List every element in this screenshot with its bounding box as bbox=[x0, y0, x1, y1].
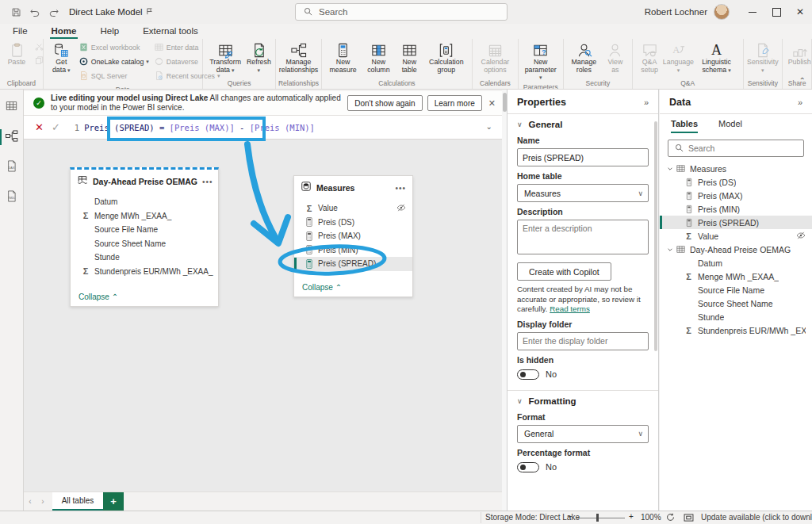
tree-item-datum[interactable]: Datum bbox=[660, 256, 812, 270]
new-measure-button[interactable]: New measure bbox=[325, 40, 362, 78]
display-folder-field[interactable] bbox=[517, 332, 649, 350]
menu-home[interactable]: Home bbox=[50, 26, 79, 39]
field-preis-max-[interactable]: Preis (MAX) bbox=[294, 229, 412, 243]
new-column-button[interactable]: New column bbox=[362, 40, 395, 78]
expander-icon[interactable] bbox=[665, 247, 675, 253]
data-tab-tables[interactable]: Tables bbox=[671, 119, 698, 133]
onelake-catalog-button[interactable]: OneLake catalog▾ bbox=[77, 55, 151, 69]
zoom-slider[interactable] bbox=[576, 518, 625, 518]
user-name[interactable]: Robert Lochner bbox=[645, 7, 707, 17]
more-options-icon[interactable]: ••• bbox=[202, 178, 213, 186]
refresh-button[interactable]: Refresh ▾ bbox=[245, 40, 272, 78]
dont-show-again-button[interactable]: Don't show again bbox=[347, 95, 422, 111]
zoom-slider-handle[interactable] bbox=[596, 514, 599, 522]
cancel-formula-icon[interactable]: ✕ bbox=[35, 121, 44, 133]
undo-icon[interactable] bbox=[29, 7, 40, 17]
section-formatting[interactable]: ∨Formatting bbox=[508, 391, 658, 407]
tree-item-preis-ds-[interactable]: Preis (DS) bbox=[660, 175, 812, 189]
field-preis-min-[interactable]: Preis (MIN) bbox=[294, 243, 412, 258]
paste-button[interactable]: Paste bbox=[3, 40, 30, 78]
calculation-group-button[interactable]: Calculation group bbox=[423, 40, 469, 78]
avatar[interactable] bbox=[714, 4, 730, 20]
tree-item-menge-mwh-exaa-[interactable]: ΣMenge MWh _EXAA_ bbox=[660, 270, 812, 283]
minimize-button[interactable] bbox=[741, 0, 764, 24]
prev-page-icon[interactable]: ‹ bbox=[24, 492, 36, 511]
tree-item-preis-max-[interactable]: Preis (MAX) bbox=[660, 189, 812, 202]
publish-button[interactable]: Publish bbox=[786, 40, 812, 78]
document-title[interactable]: Direct Lake Model bbox=[69, 7, 153, 17]
add-page-button[interactable]: + bbox=[103, 492, 124, 511]
close-button[interactable]: ✕ bbox=[788, 0, 812, 24]
save-icon[interactable] bbox=[11, 7, 21, 17]
percentage-format-toggle[interactable] bbox=[517, 462, 539, 472]
create-with-copilot-button[interactable]: Create with Copilot bbox=[517, 262, 611, 281]
tmdl-view-button[interactable]: TMDL bbox=[0, 188, 24, 207]
field-datum[interactable]: Datum bbox=[71, 195, 218, 209]
get-data-button[interactable]: Get data ▾ bbox=[47, 40, 76, 85]
field-stunde[interactable]: Stunde bbox=[71, 251, 218, 265]
menu-external-tools[interactable]: External tools bbox=[141, 26, 200, 39]
update-available-link[interactable]: Update available (click to download) bbox=[701, 513, 812, 522]
linguistic-schema-button[interactable]: ALinguistic schema ▾ bbox=[694, 40, 740, 78]
calendar-options-button[interactable]: Calendar options bbox=[476, 40, 514, 78]
q-a-setup-button[interactable]: Q&A setup bbox=[636, 40, 663, 78]
sql-server-button[interactable]: SQL Server bbox=[77, 69, 151, 83]
is-hidden-toggle[interactable] bbox=[517, 369, 539, 380]
redo-icon[interactable] bbox=[48, 7, 59, 17]
sensitivity-button[interactable]: Sensitivity ▾ bbox=[747, 40, 779, 78]
global-search-input[interactable]: Search bbox=[295, 3, 508, 21]
table-card-measures[interactable]: Measures•••ΣValuePreis (DS)Preis (MAX)Pr… bbox=[293, 175, 413, 297]
grid-view-button[interactable] bbox=[0, 98, 24, 117]
model-view-button[interactable] bbox=[0, 128, 24, 147]
table-card-day-ahead-preise-oemag[interactable]: Day-Ahead Preise OEMAG•••DatumΣMenge MWh… bbox=[70, 167, 219, 307]
field-source-sheet-name[interactable]: Source Sheet Name bbox=[71, 237, 218, 251]
menu-help[interactable]: Help bbox=[98, 26, 121, 39]
manage-roles-button[interactable]: Manage roles bbox=[567, 40, 601, 78]
manage-relationships-button[interactable]: Manage relationships bbox=[279, 40, 317, 78]
next-page-icon[interactable]: › bbox=[36, 492, 49, 511]
tree-item-preis-spread-[interactable]: Preis (SPREAD) bbox=[660, 216, 812, 229]
read-terms-link[interactable]: Read terms bbox=[550, 304, 590, 313]
section-general[interactable]: ∨General bbox=[508, 114, 658, 131]
model-canvas[interactable]: Day-Ahead Preise OEMAG•••DatumΣMenge MWh… bbox=[24, 140, 502, 491]
properties-scrollbar[interactable] bbox=[654, 121, 657, 351]
close-notification-icon[interactable]: ✕ bbox=[488, 98, 496, 109]
format-select[interactable]: General∨ bbox=[517, 425, 649, 443]
dax-view-button[interactable]: DAX bbox=[0, 158, 24, 177]
tree-item-source-sheet-name[interactable]: Source Sheet Name bbox=[660, 296, 812, 310]
formula-bar[interactable]: ✕ ✓ 1Preis (SPREAD) = [Preis (MAX)] - [P… bbox=[24, 116, 502, 140]
reset-zoom-icon[interactable] bbox=[666, 513, 675, 523]
field-stundenpreis-eur-mwh-exaa-[interactable]: ΣStundenpreis EUR/MWh _EXAA_ bbox=[71, 265, 218, 279]
collapse-data-icon[interactable]: » bbox=[798, 98, 802, 107]
description-field[interactable] bbox=[517, 220, 649, 254]
more-options-icon[interactable]: ••• bbox=[395, 184, 406, 193]
home-table-select[interactable]: Measures∨ bbox=[517, 184, 649, 202]
maximize-button[interactable] bbox=[764, 0, 788, 24]
tree-item-day-ahead-preise-oemag[interactable]: Day-Ahead Preise OEMAG bbox=[660, 243, 812, 256]
collapse-properties-icon[interactable]: » bbox=[644, 98, 649, 107]
tab-all-tables[interactable]: All tables bbox=[52, 492, 103, 511]
transform-data-button[interactable]: Transform data ▾ bbox=[206, 40, 244, 78]
field-value[interactable]: ΣValue bbox=[294, 201, 412, 216]
collapse-card-link[interactable]: Collapse ⌃ bbox=[79, 293, 118, 301]
zoom-out-button[interactable]: − bbox=[568, 512, 573, 521]
collapse-card-link[interactable]: Collapse ⌃ bbox=[302, 283, 342, 292]
accept-formula-icon[interactable]: ✓ bbox=[52, 121, 60, 133]
view-as-button[interactable]: View as bbox=[602, 40, 629, 78]
canvas-scrollbar[interactable] bbox=[502, 90, 508, 511]
new-table-button[interactable]: New table bbox=[396, 40, 423, 78]
field-source-file-name[interactable]: Source File Name bbox=[71, 223, 218, 237]
fit-to-screen-icon[interactable] bbox=[684, 514, 694, 523]
excel-workbook-button[interactable]: Excel workbook bbox=[77, 40, 151, 55]
menu-file[interactable]: File bbox=[11, 26, 29, 39]
data-tab-model[interactable]: Model bbox=[718, 119, 742, 133]
language-button[interactable]: ALanguage ▾ bbox=[664, 40, 692, 78]
tree-item-source-file-name[interactable]: Source File Name bbox=[660, 283, 812, 296]
field-preis-ds-[interactable]: Preis (DS) bbox=[294, 216, 412, 230]
tree-item-stunde[interactable]: Stunde bbox=[660, 310, 812, 323]
tree-item-measures[interactable]: Measures bbox=[660, 162, 812, 175]
tree-item-stundenpreis-eur-mwh-exaa-[interactable]: ΣStundenpreis EUR/MWh _EXAA_ bbox=[660, 323, 812, 337]
expander-icon[interactable] bbox=[665, 166, 675, 172]
dax-formula[interactable]: 1Preis (SPREAD) = [Preis (MAX)] - [Preis… bbox=[75, 123, 315, 132]
name-field[interactable] bbox=[517, 148, 649, 166]
